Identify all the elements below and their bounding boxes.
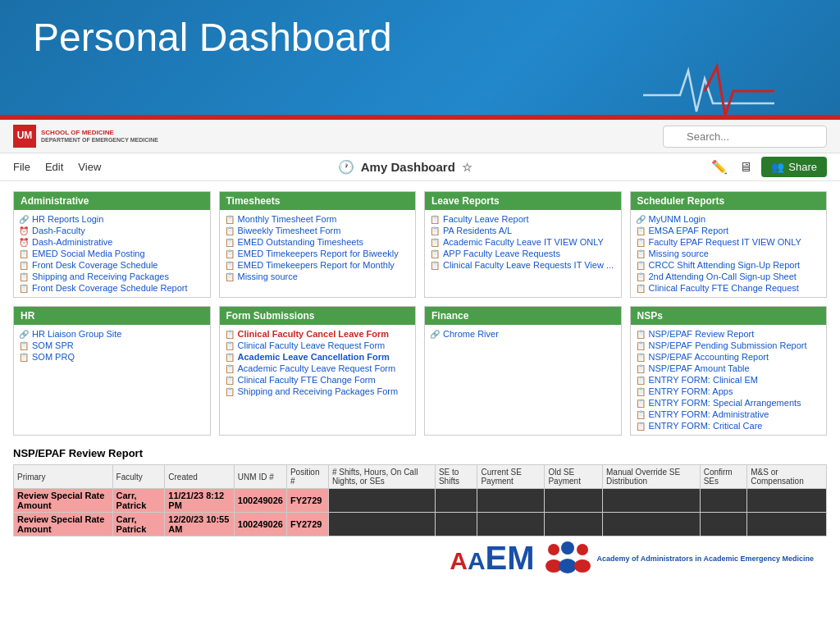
school-dept: DEPARTMENT OF EMERGENCY MEDICINE: [41, 137, 158, 144]
link-missing-source-ts[interactable]: 📋Missing source: [225, 271, 411, 282]
doc-icon-34: 📋: [636, 376, 646, 385]
link-clinical-cancel[interactable]: 📋Clinical Faculty Cancel Leave Form: [225, 328, 411, 340]
link-front-desk[interactable]: 📋Front Desk Coverage Schedule: [19, 259, 205, 271]
link-crcc-shift[interactable]: 📋CRCC Shift Attending Sign-Up Report: [636, 259, 822, 271]
logo-box: UM: [13, 125, 36, 148]
cell-ms-1: [747, 489, 827, 513]
table-row: Review Special Rate Amount Carr, Patrick…: [14, 513, 827, 536]
search-input[interactable]: [663, 126, 827, 148]
link-shipping[interactable]: 📋Shipping and Receiving Packages: [19, 271, 205, 282]
link-entry-special[interactable]: 📋ENTRY FORM: Special Arrangements: [636, 397, 822, 409]
section-body-leave: 📋Faculty Leave Report 📋PA Residents A/L …: [425, 210, 621, 274]
link-faculty-leave[interactable]: 📋Faculty Leave Report: [430, 213, 616, 225]
aaem-logo: A A E M Academy of Administrators in Aca…: [450, 540, 814, 577]
ecg-decoration: [643, 62, 774, 115]
link-hr-liaison[interactable]: 🔗HR Liaison Group Site: [19, 328, 205, 340]
link-2nd-attending[interactable]: 📋2nd Attending On-Call Sign-up Sheet: [636, 271, 822, 282]
link-emed-social[interactable]: 📋EMED Social Media Posting: [19, 248, 205, 259]
link-missing-source-sch[interactable]: 📋Missing source: [636, 248, 822, 259]
doc-icon-20: 📋: [636, 272, 646, 281]
clock-icon-2: ⏰: [19, 226, 29, 235]
section-header-leave: Leave Reports: [425, 192, 621, 210]
section-timesheets: Timesheets 📋Monthly Timesheet Form 📋Biwe…: [219, 191, 417, 298]
link-academic-cancel[interactable]: 📋Academic Leave Cancellation Form: [225, 351, 411, 363]
doc-icon-29: 📋: [225, 387, 235, 396]
menu-edit[interactable]: Edit: [45, 161, 63, 173]
link-nsp-review[interactable]: 📋NSP/EPAF Review Report: [636, 328, 822, 340]
link-faculty-epaf[interactable]: 📋Faculty EPAF Request IT VIEW ONLY: [636, 236, 822, 248]
cell-se-2: [435, 513, 477, 536]
link-nsp-pending[interactable]: 📋NSP/EPAF Pending Submission Report: [636, 340, 822, 351]
link-emed-monthly[interactable]: 📋EMED Timekeepers Report for Monthly: [225, 259, 411, 271]
link-dash-admin[interactable]: ⏰Dash-Administrative: [19, 236, 205, 248]
link-front-desk-report[interactable]: 📋Front Desk Coverage Schedule Report: [19, 282, 205, 294]
cell-primary-2: Review Special Rate Amount: [14, 513, 113, 536]
link-clinical-fte-form[interactable]: 📋Clinical Faculty FTE Change Form: [225, 374, 411, 386]
doc-icon-32: 📋: [636, 353, 646, 362]
link-entry-clinical[interactable]: 📋ENTRY FORM: Clinical EM: [636, 374, 822, 386]
link-emed-biweekly[interactable]: 📋EMED Timekeepers Report for Biweekly: [225, 248, 411, 259]
col-old-se: Old SE Payment: [545, 465, 603, 489]
star-icon[interactable]: ☆: [462, 161, 472, 174]
doc-icon-2: 📋: [19, 261, 29, 270]
monitor-button[interactable]: 🖥: [737, 158, 755, 177]
footer-area: A A E M Academy of Administrators in Aca…: [13, 536, 827, 580]
doc-icon-13: 📋: [430, 238, 440, 247]
col-confirm: Confirm SEs: [700, 465, 747, 489]
aaem-letter-e: E: [486, 540, 508, 577]
link-monthly-timesheet[interactable]: 📋Monthly Timesheet Form: [225, 213, 411, 225]
link-academic-leave-view[interactable]: 📋Academic Faculty Leave IT VIEW ONLY: [430, 236, 616, 248]
aaem-people-icons: [541, 540, 591, 577]
col-faculty: Faculty: [112, 465, 165, 489]
main-content: Administrative 🔗HR Reports Login ⏰Dash-F…: [0, 181, 840, 624]
link-app-faculty[interactable]: 📋APP Faculty Leave Requests: [430, 248, 616, 259]
link-entry-critical[interactable]: 📋ENTRY FORM: Critical Care: [636, 420, 822, 431]
doc-icon-28: 📋: [225, 376, 235, 385]
section-header-hr: HR: [14, 307, 210, 325]
header-banner: Personal Dashboard: [0, 0, 840, 115]
link-shipping-form[interactable]: 📋Shipping and Receiving Packages Form: [225, 386, 411, 397]
link-nsp-amount[interactable]: 📋NSP/EPAF Amount Table: [636, 363, 822, 374]
cell-unm-1: 100249026: [234, 489, 286, 513]
svg-point-4: [577, 544, 588, 555]
link-emsa-epaf[interactable]: 📋EMSA EPAF Report: [636, 225, 822, 236]
col-current-se: Current SE Payment: [477, 465, 545, 489]
doc-icon-15: 📋: [430, 261, 440, 270]
link-myunm[interactable]: 🔗MyUNM Login: [636, 213, 822, 225]
link-dash-faculty[interactable]: ⏰Dash-Faculty: [19, 225, 205, 236]
menu-view[interactable]: View: [78, 161, 101, 173]
doc-icon-22: 📋: [19, 341, 29, 350]
aaem-subtitle-wrapper: Academy of Administrators in Academic Em…: [597, 555, 814, 563]
cell-current-1: [477, 489, 545, 513]
share-button[interactable]: 👥 Share: [761, 157, 827, 177]
cell-shifts-1: [328, 489, 435, 513]
link-entry-admin[interactable]: 📋ENTRY FORM: Administrative: [636, 409, 822, 420]
table-title: NSP/EPAF Review Report: [13, 447, 827, 459]
dashboard-grid: Administrative 🔗HR Reports Login ⏰Dash-F…: [13, 191, 827, 436]
doc-icon-36: 📋: [636, 399, 646, 408]
link-chrome-river[interactable]: 🔗Chrome River: [430, 328, 616, 340]
cell-primary-1: Review Special Rate Amount: [14, 489, 113, 513]
doc-icon-12: 📋: [430, 226, 440, 235]
link-academic-leave-req[interactable]: 📋Academic Faculty Leave Request Form: [225, 363, 411, 374]
clock-icon: 🕐: [338, 159, 354, 175]
link-biweekly-timesheet[interactable]: 📋Biweekly Timesheet Form: [225, 225, 411, 236]
col-position: Position #: [286, 465, 328, 489]
link-pa-residents[interactable]: 📋PA Residents A/L: [430, 225, 616, 236]
link-nsp-accounting[interactable]: 📋NSP/EPAF Accounting Report: [636, 351, 822, 363]
link-som-spr[interactable]: 📋SOM SPR: [19, 340, 205, 351]
link-clinical-leave-req[interactable]: 📋Clinical Faculty Leave Request Form: [225, 340, 411, 351]
link-clinical-fte[interactable]: 📋Clinical Faculty FTE Change Request: [636, 282, 822, 294]
cell-confirm-2: [700, 513, 747, 536]
edit-button[interactable]: ✏️: [709, 157, 730, 177]
doc-icon-18: 📋: [636, 249, 646, 258]
link-hr-reports-login[interactable]: 🔗HR Reports Login: [19, 213, 205, 225]
link-entry-apps[interactable]: 📋ENTRY FORM: Apps: [636, 386, 822, 397]
link-emed-outstanding[interactable]: 📋EMED Outstanding Timesheets: [225, 236, 411, 248]
cell-confirm-1: [700, 489, 747, 513]
link-som-prq[interactable]: 📋SOM PRQ: [19, 351, 205, 363]
link-clinical-leave-it[interactable]: 📋Clinical Faculty Leave Requests IT View…: [430, 259, 616, 271]
section-body-nsps: 📋NSP/EPAF Review Report 📋NSP/EPAF Pendin…: [631, 325, 827, 435]
menu-file[interactable]: File: [13, 161, 30, 173]
aaem-letter-a2: A: [468, 547, 486, 575]
